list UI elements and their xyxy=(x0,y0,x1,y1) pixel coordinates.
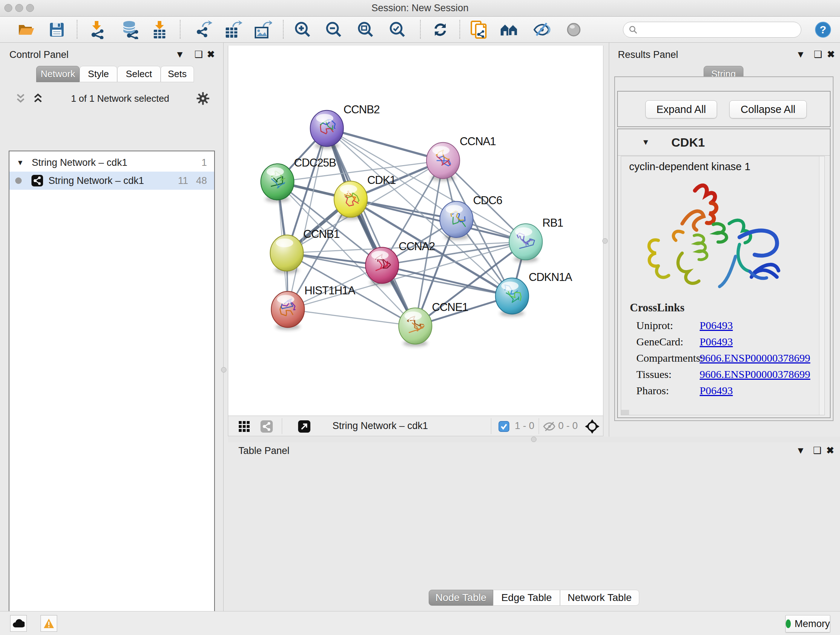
apply-layout-button[interactable] xyxy=(430,19,451,40)
network-node-HIST1H1A[interactable]: HIST1H1A xyxy=(271,284,355,330)
hide-graphics-details-button[interactable] xyxy=(531,19,553,40)
right-splitter-handle[interactable] xyxy=(602,238,608,244)
zoom-in-icon xyxy=(294,21,311,38)
network-node-RB1[interactable]: RB1 xyxy=(509,217,563,263)
export-table-button[interactable] xyxy=(223,19,244,40)
crosslink-link[interactable]: P06493 xyxy=(699,385,733,397)
save-session-button[interactable] xyxy=(46,19,67,40)
crosshair-icon xyxy=(584,419,600,434)
search-icon xyxy=(628,25,638,35)
network-view-button[interactable] xyxy=(259,419,275,434)
zoom-selected-button[interactable] xyxy=(387,19,408,40)
results-panel-menu-caret[interactable]: ▼ xyxy=(794,48,807,60)
first-neighbors-button[interactable] xyxy=(499,19,520,40)
show-graphics-details-button[interactable] xyxy=(563,19,584,40)
import-network-file-button[interactable] xyxy=(88,19,109,40)
node-result-body: cyclin-dependent kinase 1 xyxy=(621,156,825,415)
export-network-button[interactable] xyxy=(193,19,214,40)
selected-nodes-checkbox[interactable] xyxy=(496,419,512,434)
checkbox-icon xyxy=(499,421,509,432)
tab-sets[interactable]: Sets xyxy=(161,66,194,82)
node-result-caret[interactable]: ▼ xyxy=(642,138,650,147)
control-panel-tabs: Network Style Select Sets xyxy=(36,66,194,82)
results-scrollbar[interactable] xyxy=(819,157,824,415)
zoom-fit-button[interactable] xyxy=(355,19,376,40)
crosslink-label: Tissues: xyxy=(636,368,699,380)
crosslinks-list: Uniprot:P06493GeneCard:P06493Compartment… xyxy=(636,317,817,399)
help-icon: ? xyxy=(815,21,831,38)
help-button[interactable]: ? xyxy=(813,19,834,40)
memory-button[interactable]: Memory xyxy=(785,615,830,632)
network-options-gear-icon[interactable] xyxy=(196,92,210,105)
network-node-CCNB2[interactable]: CCNB2 xyxy=(310,103,380,149)
tab-style[interactable]: Style xyxy=(80,66,117,82)
node-label-CDC6: CDC6 xyxy=(473,194,502,207)
control-panel: Control Panel ▼ ❑ ✖ Network Style Select… xyxy=(0,43,224,611)
network-graph[interactable]: CCNB2CCNA1CDC25BCDK1CDC6RB1CCNB1CCNA2CDK… xyxy=(228,46,603,415)
export-image-button[interactable] xyxy=(253,19,273,40)
clone-network-button[interactable] xyxy=(468,19,489,40)
table-panel: Table Panel ▼ ❑ ✖ xyxy=(228,442,840,611)
expand-all-button[interactable]: Expand All xyxy=(645,100,717,119)
birdseye-button[interactable] xyxy=(584,419,600,434)
network-view-toolbar: String Network – cdk1 1 - 0 0 - 0 xyxy=(228,416,603,436)
cloud-icon xyxy=(12,619,25,628)
import-network-database-button[interactable] xyxy=(119,19,141,40)
network-type-icon xyxy=(31,174,43,187)
network-canvas[interactable]: CCNB2CCNA1CDC25BCDK1CDC6RB1CCNB1CCNA2CDK… xyxy=(228,46,603,416)
network-node-CCNE1[interactable]: CCNE1 xyxy=(399,301,468,347)
crosslink-link[interactable]: P06493 xyxy=(699,336,733,348)
node-label-CDKN1A: CDKN1A xyxy=(529,271,572,283)
network-collection-row[interactable]: ▼ String Network – cdk1 1 xyxy=(9,154,214,172)
left-splitter-handle[interactable] xyxy=(221,367,226,372)
results-panel-float-button[interactable]: ❑ xyxy=(812,48,824,60)
import-network-icon xyxy=(89,20,107,39)
network-node-CCNA1[interactable]: CCNA1 xyxy=(426,135,496,181)
zoom-in-button[interactable] xyxy=(292,19,313,40)
zoom-out-button[interactable] xyxy=(324,19,344,40)
crosslinks-title: CrossLinks xyxy=(630,301,684,314)
tab-edge-table[interactable]: Edge Table xyxy=(493,590,560,606)
control-panel-float-button[interactable]: ❑ xyxy=(193,48,205,60)
node-result-header[interactable]: ▼ CDK1 xyxy=(618,129,830,156)
grid-view-button[interactable] xyxy=(236,419,252,434)
tab-select[interactable]: Select xyxy=(117,66,161,82)
network-row[interactable]: String Network – cdk1 11 48 xyxy=(9,172,214,190)
warnings-button[interactable] xyxy=(41,615,57,632)
expand-all-icon[interactable] xyxy=(32,93,44,104)
hidden-counts: 0 - 0 xyxy=(558,416,578,436)
network-node-CDKN1A[interactable]: CDKN1A xyxy=(496,271,573,317)
tab-network-table[interactable]: Network Table xyxy=(560,590,639,606)
control-panel-close-button[interactable]: ✖ xyxy=(205,48,217,60)
node-label-CDK1: CDK1 xyxy=(367,174,396,187)
collapse-all-icon[interactable] xyxy=(14,93,27,104)
open-session-button[interactable] xyxy=(16,19,37,40)
tab-node-table[interactable]: Node Table xyxy=(429,590,493,606)
node-result-card: ▼ CDK1 cyclin-dependent kinase 1 xyxy=(617,128,831,418)
crosslink-link[interactable]: 9606.ENSP00000378699 xyxy=(699,368,810,380)
window-title: Session: New Session xyxy=(0,0,840,16)
horizontal-splitter[interactable] xyxy=(228,437,840,442)
crosslink-label: GeneCard: xyxy=(636,336,699,348)
table-panel-close-button[interactable]: ✖ xyxy=(824,444,836,456)
cloud-button[interactable] xyxy=(10,615,27,632)
collapse-all-button[interactable]: Collapse All xyxy=(729,100,807,119)
crosslink-link[interactable]: 9606.ENSP00000378699 xyxy=(699,352,810,364)
results-hscroll-thumb[interactable] xyxy=(621,410,629,415)
crosslink-link[interactable]: P06493 xyxy=(699,319,733,332)
horizontal-splitter-handle[interactable] xyxy=(531,437,537,442)
export-network-icon xyxy=(195,20,213,39)
results-panel-close-button[interactable]: ✖ xyxy=(825,48,837,60)
tab-network[interactable]: Network xyxy=(36,66,80,82)
table-panel-title: Table Panel xyxy=(238,445,289,456)
table-panel-menu-caret[interactable]: ▼ xyxy=(794,444,807,456)
import-table-button[interactable] xyxy=(149,19,170,40)
table-panel-float-button[interactable]: ❑ xyxy=(811,444,823,456)
search-input[interactable] xyxy=(623,22,801,38)
control-panel-menu-caret[interactable]: ▼ xyxy=(174,48,186,60)
export-table-icon xyxy=(224,20,242,39)
detach-view-button[interactable] xyxy=(296,419,312,434)
grid-icon xyxy=(238,420,250,432)
collection-expand-caret[interactable]: ▼ xyxy=(17,158,24,167)
hidden-items-button[interactable] xyxy=(542,419,557,434)
